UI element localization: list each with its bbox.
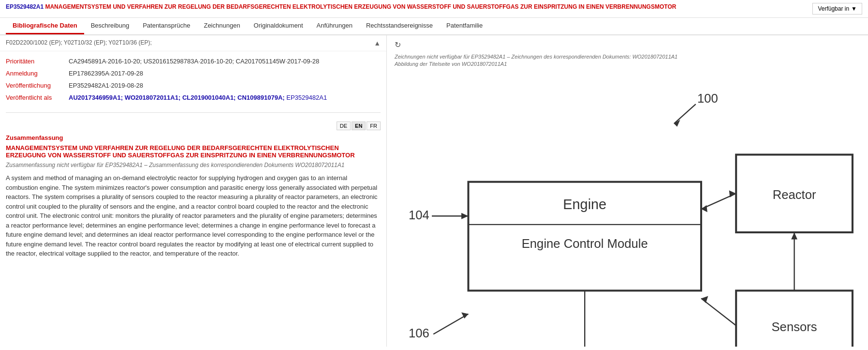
svg-line-14 bbox=[701, 298, 736, 325]
biblio-value-veroeffentlicht: AU2017346959A1; WO2018072011A1; CL201900… bbox=[69, 94, 327, 101]
biblio-value-prioritaeten: CA2945891A·2016-10-20; US201615298783A·2… bbox=[69, 58, 319, 65]
svg-marker-17 bbox=[791, 232, 797, 239]
nav-tabs-bar: Bibliografische Daten Beschreibung Paten… bbox=[0, 18, 868, 35]
veroeffentlicht-bold-links[interactable]: AU2017346959A1; WO2018072011A1; CL201900… bbox=[69, 94, 285, 101]
sensors-box bbox=[736, 290, 853, 347]
sensors-label: Sensors bbox=[772, 320, 817, 334]
engine-label: Engine bbox=[563, 197, 606, 212]
right-panel: ↻ Zeichnungen nicht verfügbar für EP3529… bbox=[387, 35, 868, 347]
drawing-note: Zeichnungen nicht verfügbar für EP352948… bbox=[395, 53, 860, 68]
summary-section: DE EN FR Zusammenfassung MANAGEMENTSYSTE… bbox=[0, 118, 386, 262]
biblio-label-anmeldung: Anmeldung bbox=[6, 70, 69, 77]
svg-marker-8 bbox=[729, 190, 736, 197]
svg-marker-3 bbox=[461, 213, 468, 219]
engine-control-module-label: Engine Control Module bbox=[522, 237, 648, 250]
tab-bibliografische-daten[interactable]: Bibliografische Daten bbox=[6, 18, 84, 34]
summary-subtitle: Zusammenfassung nicht verfügbar für EP35… bbox=[6, 162, 381, 168]
biblio-label-veroeffentlichung: Veröffentlichung bbox=[6, 82, 69, 89]
verfugbar-chevron-icon: ▼ bbox=[851, 5, 857, 12]
tab-patentansprueche[interactable]: Patentansprüche bbox=[136, 18, 197, 34]
biblio-label-prioritaeten: Prioritäten bbox=[6, 58, 69, 65]
tab-zeichnungen[interactable]: Zeichnungen bbox=[197, 18, 247, 34]
scroll-up-arrow[interactable]: ▲ bbox=[374, 39, 381, 47]
ref-104: 104 bbox=[409, 208, 429, 221]
left-panel: F02D2200/1002 (EP); Y02T10/32 (EP); Y02T… bbox=[0, 35, 387, 347]
tab-beschreibung[interactable]: Beschreibung bbox=[84, 18, 136, 34]
header-title: EP3529482A1 MANAGEMENTSYSTEM UND VERFAHR… bbox=[6, 3, 676, 11]
ipc-codes: F02D2200/1002 (EP); Y02T10/32 (EP); Y02T… bbox=[6, 39, 152, 46]
biblio-row-anmeldung: Anmeldung EP17862395A·2017-09-28 bbox=[6, 67, 381, 79]
patent-title: MANAGEMENTSYSTEM UND VERFAHREN ZUR REGEL… bbox=[45, 3, 676, 10]
veroeffentlicht-ep-link[interactable]: EP3529482A1 bbox=[285, 94, 327, 101]
tab-anfuehrungen[interactable]: Anführungen bbox=[310, 18, 359, 34]
verfugbar-button[interactable]: Verfügbar in ▼ bbox=[812, 3, 862, 15]
ref-100: 100 bbox=[697, 91, 718, 105]
biblio-value-anmeldung: EP17862395A·2017-09-28 bbox=[69, 70, 143, 77]
lang-btn-fr[interactable]: FR bbox=[367, 122, 381, 130]
verfugbar-label: Verfügbar in bbox=[818, 5, 849, 12]
biblio-row-veroeffentlichung: Veröffentlichung EP3529482A1·2019-08-28 bbox=[6, 79, 381, 91]
summary-body: A system and method of managing an on-de… bbox=[6, 173, 381, 259]
main-content: F02D2200/1002 (EP); Y02T10/32 (EP); Y02T… bbox=[0, 35, 868, 347]
page-header: EP3529482A1 MANAGEMENTSYSTEM UND VERFAHR… bbox=[0, 0, 868, 18]
lang-btn-en[interactable]: EN bbox=[352, 122, 366, 130]
section-divider bbox=[6, 112, 381, 113]
biblio-label-veroeffentlicht: Veröffentlicht als bbox=[6, 94, 69, 101]
lang-btn-de[interactable]: DE bbox=[337, 122, 351, 130]
tab-originaldokument[interactable]: Originaldokument bbox=[247, 18, 310, 34]
summary-label: Zusammenfassung bbox=[6, 134, 381, 141]
refresh-icon[interactable]: ↻ bbox=[395, 40, 860, 49]
ref-106: 106 bbox=[409, 326, 429, 339]
tab-rechtsstandsereignisse[interactable]: Rechtsstandsereignisse bbox=[359, 18, 440, 34]
patent-id: EP3529482A1 bbox=[6, 3, 44, 10]
lang-buttons-group: DE EN FR bbox=[6, 122, 381, 130]
biblio-value-veroeffentlichung: EP3529482A1·2019-08-28 bbox=[69, 82, 143, 89]
biblio-table: Prioritäten CA2945891A·2016-10-20; US201… bbox=[0, 51, 386, 107]
ipc-row: F02D2200/1002 (EP); Y02T10/32 (EP); Y02T… bbox=[0, 35, 386, 51]
tab-patentfamilie[interactable]: Patentfamilie bbox=[440, 18, 489, 34]
biblio-row-prioritaeten: Prioritäten CA2945891A·2016-10-20; US201… bbox=[6, 55, 381, 67]
patent-drawing: 100 104 102 Engine Engine Control Module bbox=[395, 81, 860, 347]
biblio-row-veroeffentlicht: Veröffentlicht als AU2017346959A1; WO201… bbox=[6, 91, 381, 104]
svg-line-0 bbox=[674, 104, 696, 123]
summary-title: MANAGEMENTSYSTEM UND VERFAHREN ZUR REGEL… bbox=[6, 144, 381, 159]
svg-line-10 bbox=[433, 314, 468, 334]
reactor-label: Reactor bbox=[773, 188, 816, 201]
